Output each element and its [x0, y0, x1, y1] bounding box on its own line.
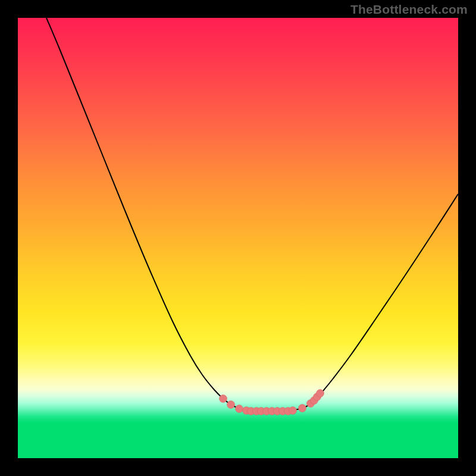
chart-frame: TheBottleneck.com — [0, 0, 476, 476]
plot-gradient-background — [18, 18, 458, 458]
watermark-text: TheBottleneck.com — [350, 2, 468, 17]
